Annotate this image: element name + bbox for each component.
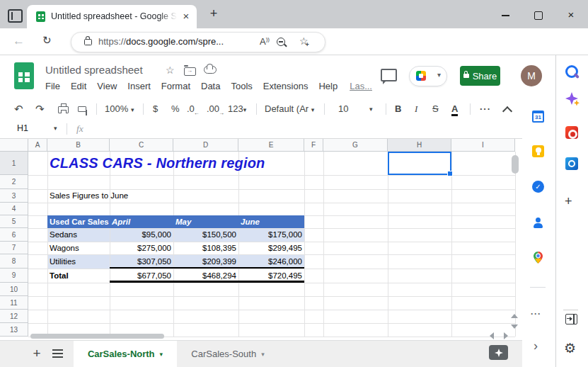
keep-icon[interactable] [532,145,544,157]
column-header-d[interactable]: D [173,139,238,152]
cell-d5-may[interactable]: May [175,215,191,228]
sheet-tab-carsales-north[interactable]: CarSales-North ▾ [74,341,177,367]
sidebar-add-icon[interactable]: + [565,194,572,209]
name-box[interactable]: H1 [17,119,28,138]
selected-cell-h1[interactable] [388,152,451,175]
sheet-tab-carsales-south[interactable]: CarSales-South ▾ [178,341,277,367]
column-header-i[interactable]: I [451,139,515,152]
horizontal-scrollbar[interactable] [30,334,164,339]
tasks-icon[interactable]: ✓ [532,181,544,193]
menu-view[interactable]: View [97,81,117,91]
cell-b1-title[interactable]: CLASS CARS - Northern region [50,152,265,175]
format-percent-button[interactable]: % [171,99,180,119]
cell-d6-value[interactable]: $150,500 [173,228,236,242]
zoom-out-icon[interactable] [277,38,285,46]
fill-handle[interactable] [447,171,453,176]
font-size-input[interactable]: 10 [338,99,348,119]
explore-button[interactable] [489,345,508,360]
move-to-folder-icon[interactable] [184,67,196,76]
column-header-a[interactable]: A [28,139,47,152]
italic-button[interactable]: I [415,99,417,119]
account-avatar[interactable]: M [521,65,542,86]
cell-e6-value[interactable]: $175,000 [238,228,302,242]
strikethrough-button[interactable]: S [432,99,439,119]
cell-c7-value[interactable]: $275,000 [110,242,171,254]
menu-help[interactable]: Help [318,81,338,91]
star-document-icon[interactable]: ☆ [166,64,175,76]
copilot-sparkle-icon[interactable] [565,92,580,106]
contacts-icon[interactable] [532,217,544,229]
row-header-2[interactable]: 2 [0,175,28,189]
cell-b7-label[interactable]: Wagons [50,242,79,254]
cell-b8-label[interactable]: Utilities [50,254,76,269]
paint-format-icon[interactable] [78,106,86,112]
scroll-right-icon[interactable] [504,332,508,339]
share-button[interactable]: Share [460,66,500,86]
row-header-11[interactable]: 11 [0,296,28,310]
document-status-cloud-icon[interactable] [204,66,217,74]
window-minimize-button[interactable] [497,7,514,23]
cell-b3-subtitle[interactable]: Sales Figures to June [50,189,128,203]
menu-insert[interactable]: Insert [127,81,151,91]
sheets-logo-icon[interactable] [14,62,34,89]
cell-c5-april[interactable]: April [112,215,130,228]
cell-c8-value[interactable]: $307,050 [110,254,171,269]
row-header-5[interactable]: 5 [0,215,28,228]
menu-tools[interactable]: Tools [231,81,252,91]
number-format-menu[interactable]: 123▾ [228,99,246,119]
row-header-4[interactable]: 4 [0,203,28,215]
url-text[interactable]: https://docs.google.com/spre... [98,36,224,47]
sidebar-settings-icon[interactable]: ⚙ [564,341,576,356]
sidebar-toggle-icon[interactable] [565,314,577,324]
row-header-3[interactable]: 3 [0,189,28,203]
cell-b6-label[interactable]: Sedans [50,228,77,242]
calendar-icon[interactable]: 31 [532,111,544,123]
undo-icon[interactable]: ↶ [14,99,23,119]
row-header-13[interactable]: 13 [0,323,28,337]
menu-file[interactable]: File [45,81,60,91]
row-header-8[interactable]: 8 [0,254,28,269]
column-header-e[interactable]: E [238,139,304,152]
cell-e8-value[interactable]: $246,000 [238,254,302,269]
column-header-g[interactable]: G [323,139,388,152]
font-size-caret-icon[interactable]: ▾ [369,99,373,119]
row-header-12[interactable]: 12 [0,310,28,323]
column-header-h-selected[interactable]: H [388,139,451,152]
redo-icon[interactable]: ↷ [35,99,45,119]
menu-format[interactable]: Format [161,81,190,91]
increase-decimal-button[interactable]: .00→ [207,99,225,119]
document-title[interactable]: Untitled spreadsheet [45,64,143,76]
comment-history-icon[interactable] [381,69,397,81]
sidebar-search-icon[interactable] [565,65,578,78]
all-sheets-icon[interactable] [52,349,63,358]
print-icon[interactable] [58,106,69,113]
cell-c6-value[interactable]: $95,000 [110,228,171,242]
cell-e5-june[interactable]: June [241,215,260,228]
scroll-down-icon[interactable] [511,324,518,329]
text-color-button[interactable]: A [451,99,458,119]
cell-b5-table-header[interactable]: Used Car Sales [50,215,109,228]
column-header-f[interactable]: F [304,139,323,152]
tab-close-icon[interactable]: × [179,9,193,23]
vertical-scrollbar[interactable] [512,155,519,174]
font-family-select[interactable]: Default (Ari... ▾ [265,99,320,119]
menu-data[interactable]: Data [201,81,220,91]
add-sheet-button[interactable]: + [28,345,45,362]
decrease-decimal-button[interactable]: .0← [187,99,200,119]
bold-button[interactable]: B [395,99,401,119]
new-tab-button[interactable]: + [206,6,221,22]
scroll-up-icon[interactable] [511,314,518,318]
fx-icon[interactable]: fx [76,119,83,138]
name-box-caret-icon[interactable]: ▾ [54,119,57,138]
row-header-7[interactable]: 7 [0,242,28,254]
toolbar-more-icon[interactable]: ··· [480,99,491,119]
address-bar[interactable]: https://docs.google.com/spre... A)) ☆+ [71,32,325,52]
grid-corner[interactable] [0,139,28,152]
back-icon[interactable]: ← [13,34,25,48]
add-favorite-icon[interactable]: ☆+ [299,35,312,47]
column-header-c[interactable]: C [110,139,173,152]
tab-actions-icon[interactable] [8,9,23,23]
maps-icon[interactable] [532,252,544,264]
row-header-10[interactable]: 10 [0,283,28,296]
cell-d7-value[interactable]: $108,395 [173,242,236,254]
